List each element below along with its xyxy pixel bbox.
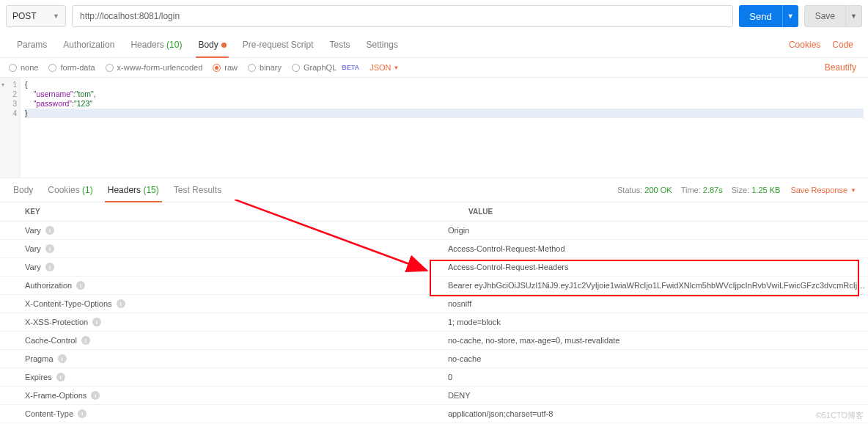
code-link[interactable]: Code	[826, 32, 859, 57]
tab-headers[interactable]: Headers (10)	[122, 32, 190, 57]
resp-tab-body[interactable]: Body	[6, 178, 40, 202]
tab-authorization[interactable]: Authorization	[55, 32, 122, 57]
header-key-cell: X-Frame-Optionsi	[0, 387, 444, 404]
table-row: X-XSS-Protectioni1; mode=block	[0, 313, 868, 332]
header-value-cell: no-cache	[444, 350, 868, 368]
table-row: X-Content-Type-Optionsinosniff	[0, 295, 868, 313]
radio-icon	[48, 64, 56, 72]
chevron-down-icon: ▼	[53, 12, 59, 20]
beautify-link[interactable]: Beautify	[822, 62, 859, 73]
info-icon: i	[92, 318, 101, 326]
body-raw-radio[interactable]: raw	[213, 63, 238, 72]
header-key-cell: Varyi	[0, 240, 444, 257]
header-value-cell: Access-Control-Request-Method	[444, 240, 868, 257]
table-row: VaryiAccess-Control-Request-Method	[0, 240, 868, 258]
header-key-cell: Content-Typei	[0, 405, 444, 423]
watermark: ©51CTO博客	[816, 410, 864, 421]
body-xwww-radio[interactable]: x-www-form-urlencoded	[106, 63, 203, 72]
table-row: VaryiAccess-Control-Request-Headers	[0, 258, 868, 277]
header-value-cell: application/json;charset=utf-8	[444, 405, 868, 423]
table-row: X-Frame-OptionsiDENY	[0, 387, 868, 405]
resp-tab-cookies[interactable]: Cookies (1)	[40, 178, 100, 202]
format-select[interactable]: JSON▼	[369, 63, 399, 72]
table-row: AuthorizationiBearer eyJhbGciOiJSUzI1NiJ…	[0, 277, 868, 295]
radio-icon	[9, 64, 17, 72]
info-icon: i	[58, 354, 67, 363]
info-icon: i	[81, 336, 90, 345]
table-row: Expiresi0	[0, 368, 868, 387]
body-graphql-radio[interactable]: GraphQLBETA	[292, 63, 359, 72]
header-value-cell: Origin	[444, 222, 868, 239]
col-value: VALUE	[444, 202, 868, 221]
info-icon: i	[56, 373, 65, 381]
code-content[interactable]: { "username":"tom", "password":"123" }	[21, 78, 868, 178]
save-dropdown[interactable]: ▼	[846, 5, 862, 27]
header-key-cell: Varyi	[0, 222, 444, 239]
info-icon: i	[45, 263, 54, 271]
body-editor[interactable]: 1234 { "username":"tom", "password":"123…	[0, 78, 868, 178]
header-key-cell: Expiresi	[0, 368, 444, 386]
table-row: Content-Typeiapplication/json;charset=ut…	[0, 405, 868, 423]
save-button[interactable]: Save	[804, 5, 846, 27]
header-value-cell: no-cache, no-store, max-age=0, must-reva…	[444, 332, 868, 349]
chevron-down-icon: ▼	[850, 12, 857, 20]
tab-tests[interactable]: Tests	[322, 32, 358, 57]
header-value-cell: 1; mode=block	[444, 313, 868, 331]
modified-dot-icon	[221, 43, 227, 48]
send-button[interactable]: Send ▼	[739, 5, 798, 27]
method-value: POST	[12, 11, 37, 21]
body-none-radio[interactable]: none	[9, 63, 38, 72]
body-binary-radio[interactable]: binary	[248, 63, 282, 72]
header-key-cell: Cache-Controli	[0, 332, 444, 349]
header-value-cell: 0	[444, 368, 868, 386]
header-key-cell: X-Content-Type-Optionsi	[0, 295, 444, 312]
chevron-down-icon: ▼	[850, 187, 856, 194]
header-value-cell: Bearer eyJhbGciOiJSUzI1NiJ9.eyJ1c2VyIjoi…	[444, 277, 868, 294]
header-value-cell: DENY	[444, 387, 868, 404]
header-key-cell: X-XSS-Protectioni	[0, 313, 444, 331]
url-input[interactable]	[72, 5, 733, 27]
method-select[interactable]: POST ▼	[6, 5, 66, 27]
radio-icon	[292, 64, 300, 72]
table-row: Pragmaino-cache	[0, 350, 868, 368]
body-formdata-radio[interactable]: form-data	[48, 63, 95, 72]
info-icon: i	[117, 299, 125, 308]
line-gutter: 1234	[0, 78, 21, 178]
col-key: KEY	[0, 202, 444, 221]
resp-tab-testresults[interactable]: Test Results	[166, 178, 229, 202]
header-value-cell: Access-Control-Request-Headers	[444, 258, 868, 276]
radio-icon	[106, 64, 114, 72]
resp-tab-headers[interactable]: Headers (15)	[100, 178, 166, 202]
tab-settings[interactable]: Settings	[358, 32, 406, 57]
radio-icon	[248, 64, 256, 72]
info-icon: i	[45, 244, 54, 253]
tab-prerequest[interactable]: Pre-request Script	[235, 32, 322, 57]
headers-table-head: KEY VALUE	[0, 202, 868, 222]
radio-icon	[213, 64, 221, 72]
status-label: Status: 200 OK	[613, 186, 677, 194]
time-label: Time: 2.87s	[677, 186, 727, 194]
chevron-down-icon: ▼	[393, 65, 399, 71]
info-icon: i	[78, 409, 87, 418]
header-key-cell: Pragmai	[0, 350, 444, 368]
send-dropdown-icon[interactable]: ▼	[782, 5, 798, 27]
cookies-link[interactable]: Cookies	[783, 32, 826, 57]
beta-badge: BETA	[342, 64, 359, 71]
size-label: Size: 1.25 KB	[727, 186, 785, 194]
header-value-cell: nosniff	[444, 295, 868, 312]
table-row: VaryiOrigin	[0, 222, 868, 240]
info-icon: i	[76, 281, 85, 290]
save-response-button[interactable]: Save Response▼	[784, 186, 862, 194]
tab-body[interactable]: Body	[190, 32, 234, 57]
send-button-label: Send	[739, 11, 781, 22]
info-icon: i	[91, 391, 100, 400]
header-key-cell: Authorizationi	[0, 277, 444, 294]
tab-params[interactable]: Params	[9, 32, 55, 57]
header-key-cell: Varyi	[0, 258, 444, 276]
table-row: Cache-Controlino-cache, no-store, max-ag…	[0, 332, 868, 350]
info-icon: i	[45, 226, 54, 235]
